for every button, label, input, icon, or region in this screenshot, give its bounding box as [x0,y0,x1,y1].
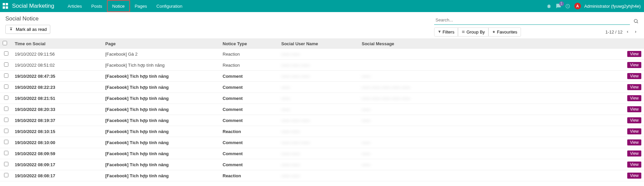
table-row[interactable]: 19/10/2022 08:20:33[Facebook] Tích hợp t… [0,104,644,115]
cell-type: Reaction [220,170,279,181]
row-checkbox[interactable] [4,62,8,67]
view-button[interactable]: View [627,162,641,168]
view-button[interactable]: View [627,62,641,68]
table-row[interactable]: 19/10/2022 08:22:23[Facebook] Tích hợp t… [0,82,644,93]
row-checkbox[interactable] [4,96,8,100]
groupby-button[interactable]: Group By [458,27,488,37]
groupby-label: Group By [466,29,485,35]
cell-type: Comment [220,93,279,104]
bug-icon[interactable] [546,3,552,9]
cell-time: 19/10/2022 08:09:17 [12,159,103,170]
cell-page: [Facebook] Tích hợp tính năng [103,71,220,82]
messages-icon[interactable]: 1 [555,3,562,9]
row-checkbox[interactable] [4,162,8,166]
col-msg-header[interactable]: Social Message [359,39,619,49]
table-row[interactable]: 19/10/2022 08:19:37[Facebook] Tích hợp t… [0,115,644,126]
view-button[interactable]: View [627,51,641,57]
view-button[interactable]: View [627,128,641,134]
view-button[interactable]: View [627,95,641,101]
cell-user: —— —— —— [279,71,359,82]
cell-user: —— —— [279,148,359,159]
brand-title[interactable]: Social Marketing [12,3,54,9]
row-checkbox[interactable] [4,51,8,56]
nav-configuration[interactable]: Configuration [152,0,187,12]
apps-icon[interactable] [3,3,9,9]
table-row[interactable]: 19/10/2022 08:10:00[Facebook] Tích hợp t… [0,137,644,148]
favourites-button[interactable]: Favourites [488,27,521,37]
cell-user: —— —— —— [279,137,359,148]
clock-icon[interactable] [565,3,571,9]
view-button[interactable]: View [627,173,641,179]
nav-notice[interactable]: Notice [107,0,130,12]
col-type-header[interactable]: Notice Type [220,39,279,49]
nav-posts[interactable]: Posts [86,0,107,12]
cell-type: Reaction [220,126,279,137]
row-check-cell [0,104,12,115]
row-checkbox[interactable] [4,151,8,155]
table-row[interactable]: 19/10/2022 08:09:59[Facebook] Tích hợp t… [0,148,644,159]
control-panel: Social Notice Mark all as read Filters [0,12,644,39]
table-row[interactable]: 19/10/2022 08:47:35[Facebook] Tích hợp t… [0,71,644,82]
view-button[interactable]: View [627,73,641,79]
table-row[interactable]: 19/10/2022 08:51:02[Facebook] Tích hợp t… [0,60,644,71]
table-header-row: Time on Social Page Notice Type Social U… [0,39,644,49]
cell-msg [359,49,619,60]
view-button[interactable]: View [627,106,641,112]
svg-line-2 [637,22,638,23]
row-checkbox[interactable] [4,129,8,133]
avatar[interactable]: A [574,3,581,9]
row-check-cell [0,93,12,104]
table-row[interactable]: 19/10/2022 09:11:56[Facebook] Gà 2Reacti… [0,49,644,60]
view-button[interactable]: View [627,150,641,157]
col-time-header[interactable]: Time on Social [12,39,103,49]
select-all-checkbox[interactable] [3,41,7,45]
control-left: Social Notice Mark all as read [5,15,50,34]
cell-page: [Facebook] Tích hợp tính năng [103,170,220,181]
cell-user: —— —— —— [279,60,359,71]
cell-user: —— —— [279,126,359,137]
view-button[interactable]: View [627,84,641,90]
table-row[interactable]: 19/10/2022 08:10:15[Facebook] Tích hợp t… [0,126,644,137]
user-menu[interactable]: Administrator (fyuwg2yhjh4e) [584,4,641,9]
row-checkbox[interactable] [4,140,8,144]
cell-page: [Facebook] Tích hợp tính năng [103,137,220,148]
table-row[interactable]: 19/10/2022 08:09:17[Facebook] Tích hợp t… [0,159,644,170]
pager-prev[interactable] [625,29,631,35]
table-row[interactable]: 19/10/2022 08:21:51[Facebook] Tích hợp t… [0,93,644,104]
cell-page: [Facebook] Tích hợp tính năng [103,126,220,137]
cell-msg: —— [359,104,619,115]
row-checkbox[interactable] [4,84,8,89]
row-checkbox[interactable] [4,107,8,111]
cell-page: [Facebook] Gà 2 [103,49,220,60]
search-icon[interactable] [633,18,639,25]
row-check-cell [0,126,12,137]
col-user-header[interactable]: Social User Name [279,39,359,49]
cell-type: Comment [220,71,279,82]
mark-all-read-button[interactable]: Mark all as read [5,25,50,34]
filters-button[interactable]: Filters [434,27,458,37]
cell-page: [Facebook] Tích hợp tính năng [103,159,220,170]
download-icon [9,27,13,32]
search-input[interactable] [434,15,630,25]
row-check-cell [0,148,12,159]
view-button[interactable]: View [627,117,641,123]
cell-msg: —— [359,71,619,82]
row-checkbox[interactable] [4,173,8,177]
cell-view: View [619,148,644,159]
row-checkbox[interactable] [4,118,8,122]
nav-articles[interactable]: Articles [63,0,87,12]
filter-group: Filters Group By Favourites [434,27,521,37]
cell-msg [359,170,619,181]
cell-view: View [619,71,644,82]
pager-next[interactable] [633,29,639,35]
table-row[interactable]: 19/10/2022 08:08:17[Facebook] Tích hợp t… [0,170,644,181]
cell-msg: —— [359,115,619,126]
view-button[interactable]: View [627,139,641,145]
cell-msg: —— —— —— —— —— [359,93,619,104]
star-icon [492,29,495,35]
col-page-header[interactable]: Page [103,39,220,49]
cell-msg: —— [359,159,619,170]
nav-pages[interactable]: Pages [130,0,152,12]
col-view-header [619,39,644,49]
row-checkbox[interactable] [4,73,8,78]
